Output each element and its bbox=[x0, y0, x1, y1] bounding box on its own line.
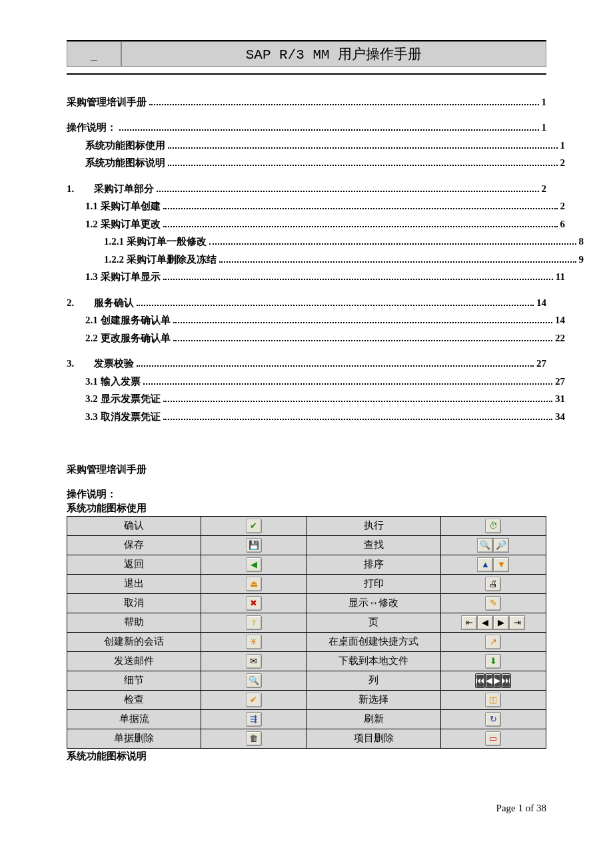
toc-head: 1. 采购订单部分2 bbox=[67, 181, 546, 195]
icon-label: 刷新 bbox=[306, 709, 440, 729]
toc-main-line: 采购管理培训手册 1 bbox=[67, 95, 546, 109]
header-logo-box: — bbox=[67, 41, 121, 67]
toc-item: 1.2.1 采购订单一般修改8 bbox=[67, 235, 584, 249]
toc-item-label: 1.3 采购订单显示 bbox=[85, 271, 161, 283]
new-selection-icon: ◫ bbox=[485, 693, 501, 707]
table-row: 创建新的会话✳在桌面创建快捷方式↗ bbox=[67, 632, 546, 651]
icon-label: 打印 bbox=[306, 574, 440, 593]
icon-label: 退出 bbox=[67, 574, 201, 593]
display-change-icon: ✎ bbox=[485, 596, 501, 611]
icon-label: 单据删除 bbox=[67, 729, 201, 748]
section-heading-icon-use: 系统功能图标使用 bbox=[67, 502, 546, 515]
toc-head-label: 操作说明： bbox=[67, 121, 117, 134]
icon-label: 检查 bbox=[67, 690, 201, 709]
icon-label: 取消 bbox=[67, 593, 201, 613]
toc-item-label: 系统功能图标说明 bbox=[85, 157, 165, 169]
icon-label: 确认 bbox=[67, 516, 201, 535]
item-delete-icon: ▭ bbox=[485, 731, 501, 746]
table-row: 发送邮件✉下载到本地文件⬇ bbox=[67, 651, 546, 671]
toc-item-page: 6 bbox=[560, 219, 566, 230]
icon-label: 列 bbox=[306, 671, 440, 690]
find-icons: 🔍🔎 bbox=[477, 538, 509, 553]
toc-item-page: 8 bbox=[579, 236, 584, 247]
toc-item-label: 3.3 取消发票凭证 bbox=[85, 411, 161, 423]
doc-flow-icon: ⇶ bbox=[246, 712, 262, 727]
toc-head: 3. 发票校验27 bbox=[67, 357, 546, 371]
toc-item-page: 34 bbox=[555, 411, 565, 423]
cancel-icon: ✖ bbox=[246, 596, 262, 611]
toc-main-page: 1 bbox=[542, 97, 547, 108]
toc-item: 3.3 取消发票凭证34 bbox=[67, 409, 565, 423]
toc-item: 2.2 更改服务确认单22 bbox=[67, 331, 565, 345]
table-row: 检查✔新选择◫ bbox=[67, 690, 546, 709]
icon-label: 执行 bbox=[306, 516, 440, 535]
toc-item: 1.2 采购订单更改6 bbox=[67, 217, 565, 231]
page-header: — SAP R/3 MM 用户操作手册 bbox=[67, 40, 546, 67]
icon-label: 单据流 bbox=[67, 709, 201, 729]
table-row: 返回◀排序▲▼ bbox=[67, 555, 546, 574]
icon-label: 新选择 bbox=[306, 690, 440, 709]
toc-item: 1.1 采购订单创建2 bbox=[67, 199, 565, 213]
check-icon: ✔ bbox=[246, 519, 262, 533]
icon-label: 下载到本地文件 bbox=[306, 651, 440, 671]
toc-item: 1.2.2 采购订单删除及冻结9 bbox=[67, 252, 584, 266]
icon-label: 细节 bbox=[67, 671, 201, 690]
icon-label: 显示↔修改 bbox=[306, 593, 440, 613]
toc-item-page: 2 bbox=[560, 157, 566, 169]
toc-head-label: 3. 发票校验 bbox=[67, 357, 134, 370]
toc-head-page: 14 bbox=[536, 297, 546, 309]
detail-icon: 🔍 bbox=[246, 673, 262, 688]
toc-head: 2. 服务确认14 bbox=[67, 295, 546, 309]
table-row: 取消✖显示↔修改✎ bbox=[67, 593, 546, 613]
icon-label: 项目删除 bbox=[306, 729, 440, 748]
print-icon: 🖨 bbox=[485, 577, 501, 591]
toc-head: 操作说明：1 bbox=[67, 121, 546, 135]
toc-item-label: 2.1 创建服务确认单 bbox=[85, 314, 171, 327]
toc-item: 3.2 显示发票凭证31 bbox=[67, 392, 565, 406]
page-title: SAP R/3 MM 用户操作手册 bbox=[121, 41, 546, 67]
section-heading-op: 操作说明： bbox=[67, 488, 546, 501]
toc-item-page: 31 bbox=[555, 393, 565, 405]
toc-item-page: 22 bbox=[555, 333, 565, 344]
icon-function-table: 确认✔执行⏱保存💾查找🔍🔎返回◀排序▲▼退出⏏打印🖨取消✖显示↔修改✎帮助?页⇤… bbox=[67, 516, 546, 749]
toc-item-page: 11 bbox=[556, 271, 565, 283]
toc-item-label: 系统功能图标使用 bbox=[85, 139, 165, 152]
toc-item: 系统功能图标使用1 bbox=[67, 138, 565, 152]
toc-item: 1.3 采购订单显示11 bbox=[67, 270, 565, 284]
toc-item-page: 1 bbox=[560, 140, 566, 151]
toc-item-label: 2.2 更改服务确认单 bbox=[85, 332, 171, 345]
toc-head-label: 1. 采购订单部分 bbox=[67, 183, 154, 195]
toc-head-label: 2. 服务确认 bbox=[67, 297, 134, 309]
page-nav-icons: ⇤◀▶⇥ bbox=[461, 615, 525, 630]
toc-item-page: 9 bbox=[579, 254, 584, 265]
table-row: 单据流⇶刷新↻ bbox=[67, 709, 546, 729]
table-row: 细节🔍列⏮◀▶⏭ bbox=[67, 671, 546, 690]
toc-item-label: 3.2 显示发票凭证 bbox=[85, 393, 161, 405]
icon-label: 在桌面创建快捷方式 bbox=[306, 632, 440, 651]
help-icon: ? bbox=[246, 615, 262, 630]
toc-head-page: 27 bbox=[536, 358, 546, 369]
toc-main-label: 采购管理培训手册 bbox=[67, 96, 147, 109]
doc-delete-icon: 🗑 bbox=[246, 731, 262, 746]
page-footer: Page 1 of 38 bbox=[67, 803, 546, 814]
toc-item-label: 1.2.2 采购订单删除及冻结 bbox=[104, 253, 217, 266]
section-heading-icon-desc: 系统功能图标说明 bbox=[67, 750, 546, 763]
icon-label: 发送邮件 bbox=[67, 651, 201, 671]
mail-icon: ✉ bbox=[246, 654, 262, 669]
icon-label: 页 bbox=[306, 613, 440, 632]
sort-icons: ▲▼ bbox=[477, 557, 509, 572]
icon-label: 保存 bbox=[67, 535, 201, 555]
exit-icon: ⏏ bbox=[246, 577, 262, 591]
toc-item: 2.1 创建服务确认单14 bbox=[67, 313, 565, 327]
toc-item-page: 27 bbox=[555, 376, 565, 387]
document-page: — SAP R/3 MM 用户操作手册 采购管理培训手册 1 操作说明：1系统功… bbox=[0, 0, 613, 841]
section-heading-main: 采购管理培训手册 bbox=[67, 463, 546, 476]
check-doc-icon: ✔ bbox=[246, 693, 262, 707]
header-rule bbox=[67, 73, 546, 75]
toc-head-page: 2 bbox=[542, 183, 547, 195]
toc-item-label: 1.2.1 采购订单一般修改 bbox=[104, 235, 207, 248]
save-icon: 💾 bbox=[246, 538, 262, 553]
table-row: 确认✔执行⏱ bbox=[67, 516, 546, 535]
table-row: 帮助?页⇤◀▶⇥ bbox=[67, 613, 546, 632]
icon-label: 创建新的会话 bbox=[67, 632, 201, 651]
